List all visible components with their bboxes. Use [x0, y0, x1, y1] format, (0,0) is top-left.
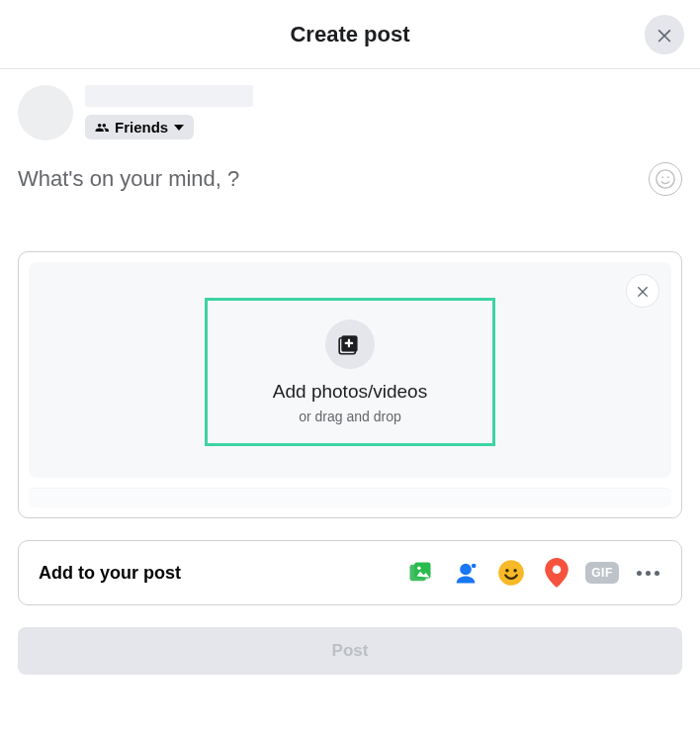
svg-point-8 [460, 564, 472, 576]
emoji-picker-button[interactable] [649, 162, 682, 196]
media-close-button[interactable] [626, 274, 659, 308]
avatar[interactable] [18, 85, 73, 140]
svg-point-10 [498, 560, 524, 586]
svg-point-13 [553, 566, 562, 575]
gif-button[interactable]: GIF [588, 559, 616, 587]
page-title: Create post [290, 22, 409, 47]
check-in-button[interactable] [543, 559, 570, 587]
tag-people-button[interactable] [452, 559, 480, 587]
svg-point-11 [505, 569, 509, 573]
tag-person-icon [452, 559, 480, 587]
svg-point-12 [513, 569, 517, 573]
audience-label: Friends [115, 119, 168, 136]
svg-point-2 [667, 176, 669, 178]
chevron-down-icon [174, 125, 184, 131]
add-media-icon-circle [325, 320, 375, 369]
svg-point-1 [661, 176, 663, 178]
feeling-button[interactable] [497, 559, 525, 587]
add-to-post-label: Add to your post [39, 563, 181, 584]
close-icon [635, 283, 651, 299]
media-highlight: Add photos/videos or drag and drop [205, 298, 495, 446]
close-icon [655, 25, 674, 45]
compose-input[interactable]: What's on your mind, ? [18, 166, 239, 192]
dialog-header: Create post [0, 0, 700, 69]
add-to-post-icons: GIF [406, 559, 661, 587]
author-name-placeholder [85, 85, 253, 107]
media-title: Add photos/videos [273, 381, 427, 403]
audience-selector[interactable]: Friends [85, 115, 194, 139]
post-button[interactable]: Post [18, 627, 682, 675]
media-subtitle: or drag and drop [299, 409, 401, 424]
compose-row: What's on your mind, ? [0, 140, 700, 204]
add-to-post-bar: Add to your post GIF [18, 540, 682, 605]
svg-point-7 [417, 567, 421, 571]
author-row: Friends [0, 69, 700, 140]
svg-point-0 [656, 170, 674, 188]
media-dropzone[interactable]: Add photos/videos or drag and drop [29, 262, 671, 478]
close-button[interactable] [645, 15, 684, 54]
photo-video-button[interactable] [406, 559, 434, 587]
svg-point-9 [472, 564, 477, 569]
photo-icon [406, 559, 434, 587]
add-photo-icon [337, 331, 363, 357]
media-extra-row [29, 488, 671, 507]
media-section: Add photos/videos or drag and drop [18, 251, 682, 518]
more-button[interactable] [634, 559, 661, 587]
location-pin-icon [544, 558, 569, 588]
friends-icon [95, 121, 109, 135]
author-meta: Friends [85, 85, 253, 139]
more-icon [637, 571, 659, 576]
gif-icon: GIF [585, 562, 619, 584]
feeling-icon [497, 559, 525, 587]
smile-icon [655, 168, 676, 190]
